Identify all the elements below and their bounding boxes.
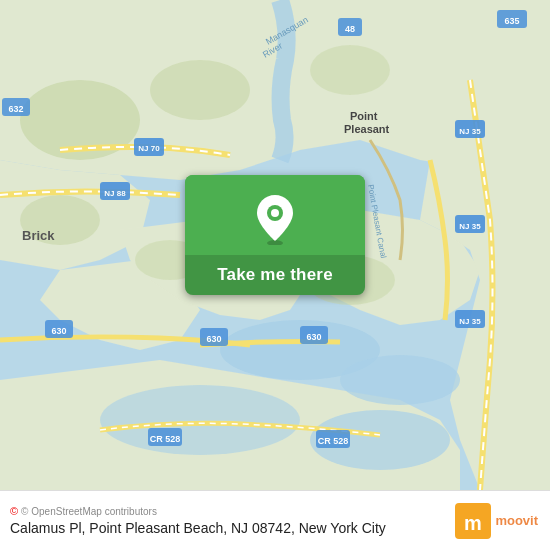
svg-text:NJ 35: NJ 35 — [459, 222, 481, 231]
map-attribution: © © OpenStreetMap contributors — [10, 505, 386, 517]
moovit-icon: m — [455, 503, 491, 539]
svg-point-52 — [271, 209, 279, 217]
svg-text:Brick: Brick — [22, 228, 55, 243]
location-pin-icon — [253, 193, 297, 245]
bottom-left-section: © © OpenStreetMap contributors Calamus P… — [10, 505, 386, 536]
svg-point-15 — [340, 355, 460, 405]
svg-text:NJ 70: NJ 70 — [138, 144, 160, 153]
button-label-text: Take me there — [217, 265, 333, 284]
svg-text:630: 630 — [206, 334, 221, 344]
bottom-bar: © © OpenStreetMap contributors Calamus P… — [0, 490, 550, 550]
svg-text:Pleasant: Pleasant — [344, 123, 390, 135]
svg-text:630: 630 — [306, 332, 321, 342]
svg-text:NJ 35: NJ 35 — [459, 127, 481, 136]
svg-text:NJ 35: NJ 35 — [459, 317, 481, 326]
svg-text:630: 630 — [51, 326, 66, 336]
svg-point-10 — [310, 45, 390, 95]
button-icon-area — [185, 175, 365, 255]
map-container: 632 48 635 NJ 70 NJ 88 NJ 35 NJ 35 NJ 35… — [0, 0, 550, 490]
moovit-label: moovit — [495, 513, 538, 528]
svg-text:632: 632 — [8, 104, 23, 114]
svg-text:635: 635 — [504, 16, 519, 26]
svg-text:NJ 88: NJ 88 — [104, 189, 126, 198]
location-label: Calamus Pl, Point Pleasant Beach, NJ 087… — [10, 520, 386, 536]
moovit-logo: m moovit — [455, 503, 538, 539]
svg-point-16 — [100, 385, 300, 455]
svg-point-9 — [150, 60, 250, 120]
attribution-text: © OpenStreetMap contributors — [21, 506, 157, 517]
take-me-there-button[interactable]: Take me there — [185, 175, 365, 295]
svg-text:CR 528: CR 528 — [318, 436, 349, 446]
copyright-symbol: © — [10, 505, 18, 517]
button-label-area: Take me there — [185, 255, 365, 295]
svg-text:48: 48 — [345, 24, 355, 34]
svg-text:Point: Point — [350, 110, 378, 122]
svg-text:CR 528: CR 528 — [150, 434, 181, 444]
svg-text:m: m — [464, 512, 482, 534]
